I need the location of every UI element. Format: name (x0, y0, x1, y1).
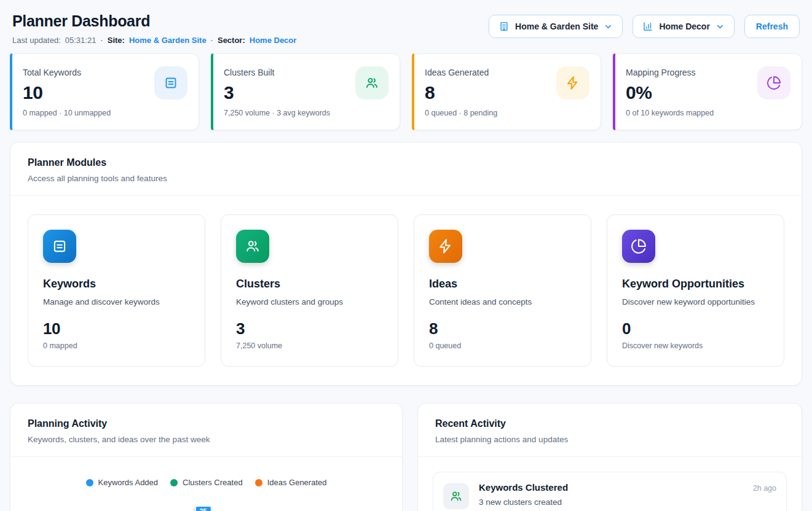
planner-modules-panel: Planner Modules Access all planning tool… (10, 142, 802, 386)
recent-activity-panel: Recent Activity Latest planning actions … (417, 403, 802, 511)
stat-card-total-keywords: Total Keywords 10 0 mapped · 10 unmapped (10, 53, 199, 130)
module-description: Manage and discover keywords (43, 297, 190, 306)
planning-activity-header: Planning Activity Keywords, clusters, an… (10, 404, 402, 456)
activity-timestamp: 2h ago (753, 484, 776, 493)
planner-dashboard-page: Planner Dashboard Last updated: 05:31:21… (0, 0, 812, 511)
sector-selector-dropdown[interactable]: Home Decor (633, 15, 734, 38)
module-sub: 0 queued (429, 341, 576, 350)
chart-plot-area: 25 24 (49, 504, 385, 511)
document-icon (154, 66, 187, 99)
module-description: Discover new keyword opportunities (622, 297, 769, 306)
last-updated-label: Last updated: (12, 36, 61, 45)
legend-item-ideas-generated[interactable]: Ideas Generated (255, 478, 327, 487)
header-meta: Last updated: 05:31:21 · Site: Home & Ga… (12, 36, 296, 45)
module-description: Keyword clusters and groups (236, 297, 383, 306)
chevron-down-icon (604, 22, 613, 31)
stat-sub: 7,250 volume · 3 avg keywords (224, 109, 387, 117)
building-icon (499, 21, 510, 32)
module-sub: 0 mapped (43, 341, 190, 350)
page-header: Planner Dashboard Last updated: 05:31:21… (10, 12, 802, 45)
activity-list-item: Keywords Clustered 2h ago 3 new clusters… (433, 472, 787, 511)
module-card-clusters[interactable]: Clusters Keyword clusters and groups 3 7… (221, 214, 398, 367)
module-sub: 7,250 volume (236, 341, 383, 350)
module-title: Clusters (236, 278, 383, 291)
stats-row: Total Keywords 10 0 mapped · 10 unmapped… (10, 53, 802, 130)
module-title: Ideas (429, 278, 576, 291)
last-updated-value: 05:31:21 (65, 36, 97, 45)
legend-dot-icon (170, 479, 178, 486)
site-link[interactable]: Home & Garden Site (129, 36, 207, 45)
module-value: 10 (43, 319, 190, 338)
header-actions: Home & Garden Site Home Decor Refresh (489, 15, 800, 38)
pie-chart-icon (622, 230, 655, 263)
section-title: Planner Modules (28, 157, 784, 168)
zap-icon (556, 66, 589, 99)
data-point-label: 25 (194, 505, 211, 511)
stat-sub: 0 mapped · 10 unmapped (23, 109, 186, 117)
chevron-down-icon (715, 22, 725, 31)
site-selector-label: Home & Garden Site (515, 21, 598, 31)
zap-icon (429, 230, 462, 263)
section-subtitle: Latest planning actions and updates (435, 435, 784, 444)
pie-chart-icon (757, 66, 790, 99)
stat-card-mapping-progress: Mapping Progress 0% 0 of 10 keywords map… (613, 53, 802, 130)
page-title: Planner Dashboard (12, 12, 296, 30)
header-text: Planner Dashboard Last updated: 05:31:21… (12, 12, 296, 45)
stat-sub: 0 of 10 keywords mapped (626, 109, 789, 117)
site-selector-dropdown[interactable]: Home & Garden Site (489, 15, 623, 38)
legend-item-keywords-added[interactable]: Keywords Added (86, 478, 159, 487)
planner-modules-header: Planner Modules Access all planning tool… (10, 142, 802, 195)
activity-title: Keywords Clustered (479, 482, 568, 493)
recent-activity-header: Recent Activity Latest planning actions … (418, 404, 802, 456)
line-chart: 25 25 24 (28, 504, 385, 511)
sector-label: Sector: (218, 36, 245, 45)
meta-separator: · (211, 36, 213, 45)
module-value: 8 (429, 319, 576, 338)
refresh-button[interactable]: Refresh (744, 15, 800, 38)
users-icon (236, 230, 269, 263)
bottom-row: Planning Activity Keywords, clusters, an… (10, 403, 802, 511)
users-icon (443, 483, 469, 509)
section-subtitle: Access all planning tools and features (28, 174, 784, 183)
module-description: Content ideas and concepts (429, 297, 576, 306)
sector-link[interactable]: Home Decor (250, 36, 297, 45)
keywords-added-series-line (49, 504, 385, 511)
legend-item-clusters-created[interactable]: Clusters Created (170, 478, 243, 487)
legend-label: Keywords Added (98, 478, 159, 487)
module-card-ideas[interactable]: Ideas Content ideas and concepts 8 0 que… (414, 214, 591, 367)
activity-chart: Keywords Added Clusters Created Ideas Ge… (10, 457, 402, 511)
module-value: 0 (622, 319, 769, 338)
module-value: 3 (236, 319, 383, 338)
planning-activity-panel: Planning Activity Keywords, clusters, an… (10, 403, 403, 511)
activity-content: Keywords Clustered 2h ago 3 new clusters… (479, 482, 776, 507)
sector-selector-label: Home Decor (659, 21, 709, 31)
meta-separator: · (100, 36, 103, 45)
stat-card-clusters-built: Clusters Built 3 7,250 volume · 3 avg ke… (211, 53, 400, 130)
stat-card-ideas-generated: Ideas Generated 8 0 queued · 8 pending (412, 53, 601, 130)
section-title: Recent Activity (435, 418, 784, 429)
module-card-keywords[interactable]: Keywords Manage and discover keywords 10… (28, 214, 205, 367)
section-title: Planning Activity (28, 418, 385, 429)
section-subtitle: Keywords, clusters, and ideas over the p… (28, 435, 385, 444)
activity-description: 3 new clusters created (479, 497, 776, 507)
module-title: Keyword Opportunities (622, 278, 769, 291)
module-card-keyword-opportunities[interactable]: Keyword Opportunities Discover new keywo… (607, 214, 784, 367)
bar-chart-icon (642, 21, 653, 32)
activity-list: Keywords Clustered 2h ago 3 new clusters… (418, 457, 802, 511)
site-label: Site: (108, 36, 125, 45)
stat-sub: 0 queued · 8 pending (425, 109, 588, 117)
module-title: Keywords (43, 278, 190, 291)
legend-label: Ideas Generated (267, 478, 327, 487)
chart-legend: Keywords Added Clusters Created Ideas Ge… (28, 478, 385, 487)
users-icon (355, 66, 388, 99)
legend-dot-icon (86, 479, 93, 486)
module-sub: Discover new keywords (622, 341, 769, 350)
document-icon (43, 230, 76, 263)
legend-label: Clusters Created (183, 478, 243, 487)
modules-grid: Keywords Manage and discover keywords 10… (10, 196, 802, 385)
legend-dot-icon (255, 479, 262, 486)
